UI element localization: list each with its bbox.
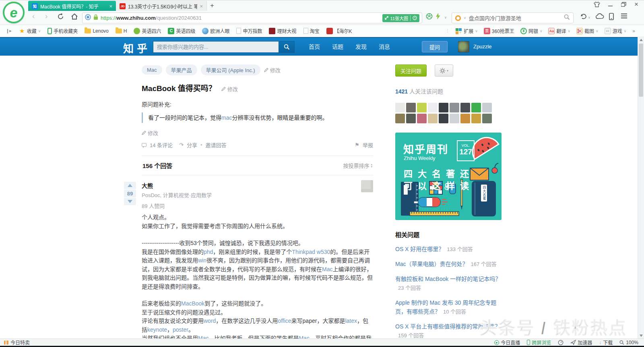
site-info-icon[interactable] [85,14,91,22]
extension-item[interactable]: +扩展∨ [456,27,478,34]
lightning-icon[interactable] [436,13,441,21]
inline-link[interactable]: win [198,257,206,264]
search-engine-icon[interactable] [455,15,461,21]
inline-link[interactable]: office [278,318,291,324]
phone-icon[interactable] [609,13,614,22]
chevron-down-icon[interactable]: ∨ [588,16,590,19]
inline-link[interactable]: latex [345,318,357,324]
inline-link[interactable]: Mac [198,335,208,339]
cloud-icon[interactable] [596,13,604,21]
nav-topics[interactable]: 话题 [326,38,349,56]
follower-avatar[interactable] [417,114,427,123]
nav-home[interactable]: 首页 [303,38,326,56]
user-avatar[interactable] [458,41,469,52]
daily-deals-item[interactable]: 今日特卖 [4,339,30,346]
answer-author-avatar[interactable] [361,180,373,192]
answer-author[interactable]: 大熊 [142,181,373,189]
bookmark-item[interactable]: 理财大视 [269,27,296,34]
speed-test-item[interactable] [558,340,564,345]
extension-item[interactable]: ¥网银∨ [520,27,543,34]
sort-control[interactable]: 按投票排序 ▴▾ [343,162,372,169]
close-icon[interactable]: × [634,2,638,7]
chevron-down-icon[interactable]: ∨ [464,16,466,20]
downvote-button[interactable] [124,198,136,205]
follow-question-button[interactable]: 关注问题 [395,64,427,77]
theme-shirt-icon[interactable] [594,2,600,7]
zhihu-search-button[interactable] [279,41,295,53]
related-question-link[interactable]: 有触控板和 MacBook 一样好的笔记本吗？ [395,276,501,282]
download-item[interactable]: ↓下载 [599,339,613,346]
follower-avatar[interactable] [482,103,492,112]
follower-avatar[interactable] [439,103,448,112]
tab-jd[interactable]: JD 13.3英寸小于1.5KG9小时以上 笔 × [116,1,207,11]
cross-screen-item[interactable]: 跨屏浏览 [527,339,551,346]
upvote-button[interactable] [124,182,136,189]
bookmark-item[interactable]: C英语四级 [168,27,195,34]
share-link[interactable]: 分享 [187,141,197,149]
nav-explore[interactable]: 发现 [349,38,373,56]
follower-avatar[interactable] [471,103,481,112]
inline-link[interactable]: MacBook [181,300,204,307]
follower-avatar[interactable] [450,114,459,123]
tab-close-icon[interactable]: × [109,3,112,9]
extension-item[interactable]: Aa翻译∨ [548,27,570,34]
home-icon[interactable] [71,13,78,22]
follower-avatar[interactable] [439,114,448,123]
chevron-down-icon[interactable]: ∨ [444,16,447,19]
report-link[interactable]: 举报 [363,141,373,149]
follower-avatar[interactable] [406,114,416,123]
zhihu-weekly-banner[interactable]: 知乎周刊 Zhihu Weekly VOL. 127 四大名著还 可以这样读 四… [395,133,502,220]
nav-messages[interactable]: 消息 [373,38,396,56]
extension-item[interactable]: ••游戏∨ [605,27,627,34]
extension-item[interactable]: 票360抢票王 [484,27,514,34]
search-query-text[interactable]: 盘点国内冷门旅游圣地 [469,14,561,22]
follower-avatar[interactable] [428,103,438,112]
address-bar[interactable]: https://www.zhihu.com/question/20240631 … [82,12,422,23]
bookmark-item[interactable]: Lenovo [85,28,108,34]
undo-icon[interactable] [580,13,587,21]
question-settings-button[interactable]: ▾ [435,64,453,77]
inline-link[interactable]: word [204,318,216,324]
maximize-icon[interactable] [621,2,626,7]
minimize-icon[interactable] [608,2,613,7]
back-icon[interactable]: ‹ [32,12,35,21]
menu-icon[interactable] [621,13,627,21]
scrollbar-down-arrow[interactable] [640,335,643,337]
follower-avatar[interactable] [482,114,492,123]
accelerator-item[interactable]: 加速器 [570,339,592,346]
follower-avatar[interactable] [428,114,438,123]
scrollbar[interactable] [638,37,644,339]
refresh-icon[interactable] [57,13,64,22]
zhihu-search-input[interactable] [153,41,279,53]
follower-avatar[interactable] [460,103,470,112]
inline-link[interactable]: Mac [299,335,309,339]
follower-avatar[interactable] [450,103,459,112]
inline-link[interactable]: keynote [147,326,167,333]
new-tab-button[interactable]: + [207,1,217,11]
browser-logo[interactable]: e [3,2,25,23]
scrollbar-thumb[interactable] [639,44,643,97]
comments-link[interactable]: 14 条评论 [150,141,173,149]
browser-search-box[interactable]: ∨ 盘点国内冷门旅游圣地 [452,12,574,23]
edit-title-link[interactable]: 修改 [221,85,238,93]
username[interactable]: Zpuzzle [473,44,492,50]
inline-link[interactable]: mac [221,114,232,121]
bookmark-item[interactable]: 申万指数 [236,27,262,34]
topic-tag[interactable]: 苹果公司 (Apple Inc.) [201,64,260,75]
zoom-item[interactable]: 100% [619,340,638,345]
aperture-icon[interactable] [426,13,433,21]
inline-link[interactable]: Thinkpad w530 [292,249,330,255]
more-bookmarks-icon[interactable]: » [632,28,635,34]
follower-avatar[interactable] [471,114,481,123]
live-item[interactable]: ▶今日直播 [494,339,520,346]
topic-tag[interactable]: 苹果产品 [166,64,197,75]
follower-avatar[interactable] [395,114,405,123]
bookmark-item[interactable]: 淘宝 [303,27,320,34]
topic-tag[interactable]: Mac [142,65,162,75]
images-count-badge[interactable]: 11张大图 [382,14,419,22]
edit-question-link[interactable]: 修改 [142,129,158,137]
bookmark-item[interactable]: ★收藏∨ [19,27,41,34]
inline-link[interactable]: poster [173,326,188,333]
forward-icon[interactable]: › [45,12,47,21]
sidebar-toggle-icon[interactable]: ❙▸ [6,28,12,33]
